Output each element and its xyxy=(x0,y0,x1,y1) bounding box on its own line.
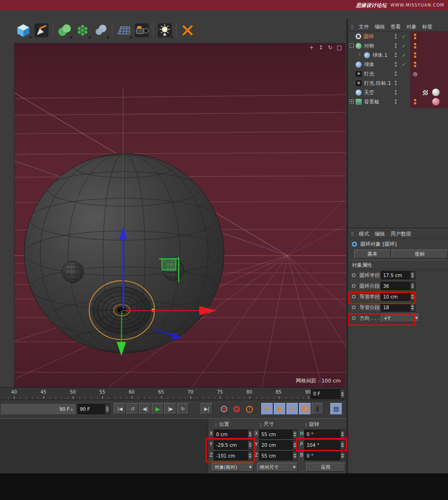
play-button[interactable]: ▶ xyxy=(152,403,164,415)
size-z-input[interactable]: 55 cm xyxy=(259,451,298,460)
key-rotation-button[interactable]: ↻ xyxy=(287,403,298,415)
position-z-input[interactable]: -101 cm xyxy=(214,451,253,460)
goto-end-button[interactable]: ▶| xyxy=(201,403,213,415)
menu-file[interactable]: 文件 xyxy=(359,23,369,30)
rotation-b-input[interactable]: 0 ° xyxy=(304,451,345,460)
visibility-dots[interactable] xyxy=(395,81,397,85)
material-thumbnail-pink[interactable] xyxy=(432,98,440,105)
key-parameter-button[interactable]: P xyxy=(299,403,311,415)
collapse-expander[interactable]: - xyxy=(350,43,354,48)
pan-icon[interactable]: + xyxy=(308,44,315,51)
expand-expander[interactable]: + xyxy=(350,99,354,104)
apply-button[interactable]: 应用 xyxy=(306,463,345,472)
target-tag-icon[interactable]: ◎ xyxy=(413,71,418,77)
keyframe-dot-icon[interactable] xyxy=(352,295,356,299)
panel-divider[interactable] xyxy=(346,19,348,473)
goto-start-button[interactable]: |◀ xyxy=(114,403,126,415)
visibility-dots[interactable] xyxy=(395,34,397,39)
enabled-check-icon[interactable]: ✓ xyxy=(402,43,406,49)
metaball-tool-icon[interactable] xyxy=(92,22,109,39)
orientation-dropdown[interactable]: +Y ▼ xyxy=(381,314,420,322)
object-label[interactable]: 灯光.目标.1 xyxy=(364,80,391,87)
object-label[interactable]: 灯光 xyxy=(364,70,374,77)
object-label[interactable]: 球体.1 xyxy=(372,52,388,59)
grip-icon[interactable]: ⣿ xyxy=(351,232,353,236)
menu-edit2[interactable]: 编辑 xyxy=(375,230,385,237)
size-mode-dropdown[interactable]: 绝对尺寸▼ xyxy=(257,463,298,472)
coord-mode-dropdown[interactable]: 对象(相对)▼ xyxy=(212,463,254,472)
light-tool-icon[interactable] xyxy=(156,22,173,39)
power-slider[interactable]: 90 F ▸ xyxy=(1,404,76,414)
play-backwards-button[interactable]: ↺ xyxy=(126,403,139,415)
material-thumbnail-white[interactable] xyxy=(432,89,440,96)
object-label[interactable]: 对称 xyxy=(364,42,374,49)
keyframe-dot-icon[interactable] xyxy=(352,284,356,288)
position-y-input[interactable]: -29.5 cm xyxy=(214,440,253,450)
rotation-h-input[interactable]: 0 ° xyxy=(304,430,345,439)
camera-tool-icon[interactable] xyxy=(133,22,150,39)
object-row-sphere1[interactable]: └ 球体.1 ✓ xyxy=(348,50,448,60)
plane-tool-icon[interactable] xyxy=(115,22,132,39)
compositing-tag-icon[interactable] xyxy=(423,90,428,95)
keyframe-dot-icon[interactable] xyxy=(352,316,356,320)
visibility-dots[interactable] xyxy=(395,53,397,57)
visibility-dots[interactable] xyxy=(395,71,397,76)
keyframe-dot-icon[interactable] xyxy=(352,306,356,309)
enabled-check-icon[interactable]: ✓ xyxy=(402,62,406,68)
object-row-light[interactable]: ☀ 灯光 ◎ xyxy=(348,69,448,78)
record-keyframe-button[interactable] xyxy=(218,403,230,415)
visibility-dots[interactable] xyxy=(395,90,397,95)
pipe-radius-input[interactable]: 10 cm xyxy=(381,292,415,301)
menu-tags[interactable]: 标签 xyxy=(422,23,433,30)
visibility-dots[interactable] xyxy=(395,62,397,67)
object-row-sky[interactable]: 天空 xyxy=(348,88,448,97)
ring-radius-input[interactable]: 17.5 cm xyxy=(381,271,415,279)
tab-coordinates[interactable]: 坐标 xyxy=(392,250,448,258)
rotation-p-input[interactable]: 104 ° xyxy=(304,440,345,450)
axis-tool-icon[interactable] xyxy=(179,22,196,39)
dolly-icon[interactable]: ↕ xyxy=(318,44,324,51)
grip-icon[interactable]: ⣿ xyxy=(351,25,353,29)
maximize-icon[interactable]: □ xyxy=(336,44,343,51)
object-label[interactable]: 天空 xyxy=(364,89,374,96)
position-x-input[interactable]: 0 cm xyxy=(214,430,253,439)
current-frame-field[interactable]: 0 F xyxy=(311,389,345,399)
menu-mode[interactable]: 模式 xyxy=(359,230,369,237)
ring-segments-input[interactable]: 36 xyxy=(381,282,415,290)
max-frame-field[interactable]: 90 F xyxy=(77,404,110,414)
visibility-dots[interactable] xyxy=(395,99,397,104)
menu-edit[interactable]: 编辑 xyxy=(375,23,385,30)
menu-userdata[interactable]: 用户数据 xyxy=(391,230,411,237)
visibility-dots[interactable] xyxy=(395,43,397,48)
object-row-sphere[interactable]: 球体 ✓ xyxy=(348,60,448,69)
tab-basic[interactable]: 基本 xyxy=(354,250,391,258)
size-y-input[interactable]: 20 cm xyxy=(259,440,298,450)
menu-objects[interactable]: 对象 xyxy=(406,23,417,30)
enabled-check-icon[interactable]: ✓ xyxy=(402,52,406,58)
keyframe-dot-icon[interactable] xyxy=(352,273,356,277)
viewport-3d[interactable]: + ↕ ↻ □ 网格间距 : 100 cm xyxy=(14,43,345,387)
orbit-icon[interactable]: ↻ xyxy=(327,44,333,51)
prev-frame-button[interactable]: ◀| xyxy=(139,403,151,415)
pipe-segments-input[interactable]: 18 xyxy=(381,303,415,312)
cube-tool-icon[interactable] xyxy=(15,22,32,39)
size-x-input[interactable]: 55 cm xyxy=(259,430,298,439)
key-pla-button[interactable]: ⣿ xyxy=(312,403,323,415)
object-row-torus[interactable]: 圆环 ✓ xyxy=(348,32,448,41)
menu-view[interactable]: 查看 xyxy=(391,23,401,30)
next-frame-button[interactable]: |▶ xyxy=(164,403,176,415)
enabled-check-icon[interactable]: ✓ xyxy=(402,34,406,40)
object-label[interactable]: 圆环 xyxy=(364,33,374,40)
object-row-background[interactable]: + 背景板 xyxy=(348,97,448,106)
object-row-light-target[interactable]: ☀ 灯光.目标.1 xyxy=(348,78,448,88)
pen-tool-icon[interactable] xyxy=(33,22,50,39)
object-label[interactable]: 球体 xyxy=(364,61,374,68)
small-sphere-left[interactable] xyxy=(62,261,84,283)
keyframe-selection-button[interactable]: ? xyxy=(244,403,255,415)
loop-button[interactable]: ↻ xyxy=(177,403,189,415)
key-scale-button[interactable]: ▣ xyxy=(274,403,286,415)
timeline-window-button[interactable]: ▤ xyxy=(330,403,342,415)
object-label[interactable]: 背景板 xyxy=(364,98,379,105)
autokey-button[interactable] xyxy=(231,403,242,415)
timeline-ruler[interactable]: 40 45 50 55 60 65 70 75 80 85 90 0 F xyxy=(0,387,348,400)
